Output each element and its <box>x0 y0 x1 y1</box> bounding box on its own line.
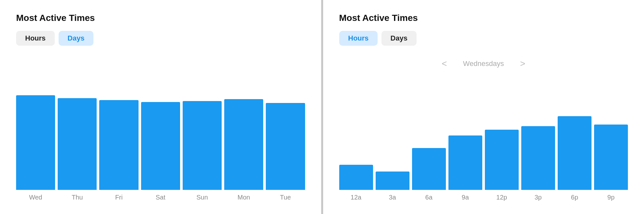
hours-bar-col: 9p <box>594 125 628 201</box>
days-bar <box>183 101 222 190</box>
days-bar <box>266 103 305 190</box>
days-bar-label: Fri <box>115 194 122 201</box>
hours-bar-label: 12p <box>496 194 507 201</box>
days-bar-label: Sun <box>197 194 208 201</box>
days-bar-label: Sat <box>156 194 165 201</box>
hours-bar-label: 3a <box>389 194 396 201</box>
hours-bar <box>448 135 482 190</box>
days-bar-col: Tue <box>266 103 305 201</box>
days-bar <box>141 102 180 190</box>
days-bar-col: Wed <box>16 95 55 201</box>
hours-bar-label: 6a <box>425 194 432 201</box>
left-toggle-group: Hours Days <box>16 31 305 46</box>
hours-bar <box>412 148 446 190</box>
hours-chart-area: 12a3a6a9a12p3p6p9p <box>339 78 628 201</box>
hours-bar-col: 3a <box>376 172 409 201</box>
right-days-btn[interactable]: Days <box>381 31 417 46</box>
hours-bar-label: 12a <box>351 194 361 201</box>
days-bar-col: Mon <box>224 99 263 201</box>
hours-bar-label: 9p <box>607 194 614 201</box>
hours-bar-col: 6a <box>412 148 446 201</box>
left-hours-btn[interactable]: Hours <box>16 31 55 46</box>
days-bar-label: Tue <box>280 194 291 201</box>
hours-bar <box>485 130 519 190</box>
days-bar-col: Sat <box>141 102 180 201</box>
days-bar-label: Mon <box>237 194 250 201</box>
right-panel: Most Active Times Hours Days < Wednesday… <box>323 0 644 214</box>
days-chart-area: WedThuFriSatSunMonTue <box>16 57 305 201</box>
days-bar-col: Sun <box>183 101 222 201</box>
hours-bar <box>594 125 628 190</box>
days-bar-col: Fri <box>99 100 138 201</box>
hours-bar-col: 9a <box>448 135 482 201</box>
prev-day-button[interactable]: < <box>438 57 450 70</box>
hours-bar-col: 12a <box>339 165 373 201</box>
hours-bar <box>376 172 409 190</box>
hours-bar-label: 6p <box>571 194 578 201</box>
days-bar <box>224 99 263 190</box>
hours-bar <box>521 126 555 190</box>
days-bar-label: Thu <box>72 194 83 201</box>
hours-nav: < Wednesdays > <box>339 57 628 70</box>
days-bar <box>16 95 55 190</box>
days-bar <box>99 100 138 190</box>
hours-bar <box>558 116 591 190</box>
hours-bar-col: 12p <box>485 130 519 201</box>
hours-bar <box>339 165 373 190</box>
days-bar-col: Thu <box>58 98 97 201</box>
hours-bars-container: 12a3a6a9a12p3p6p9p <box>339 105 628 201</box>
right-title: Most Active Times <box>339 13 628 23</box>
right-hours-btn[interactable]: Hours <box>339 31 378 46</box>
days-bar <box>58 98 97 190</box>
days-bars-container: WedThuFriSatSunMonTue <box>16 98 305 201</box>
next-day-button[interactable]: > <box>517 57 528 70</box>
hours-bar-col: 3p <box>521 126 555 201</box>
hours-bar-label: 9a <box>462 194 469 201</box>
right-toggle-group: Hours Days <box>339 31 628 46</box>
hours-bar-label: 3p <box>534 194 542 201</box>
days-bar-label: Wed <box>29 194 42 201</box>
left-panel: Most Active Times Hours Days WedThuFriSa… <box>0 0 321 214</box>
hours-bar-col: 6p <box>558 116 591 201</box>
left-title: Most Active Times <box>16 13 305 23</box>
current-day-label: Wednesdays <box>463 60 504 68</box>
left-days-btn[interactable]: Days <box>59 31 94 46</box>
